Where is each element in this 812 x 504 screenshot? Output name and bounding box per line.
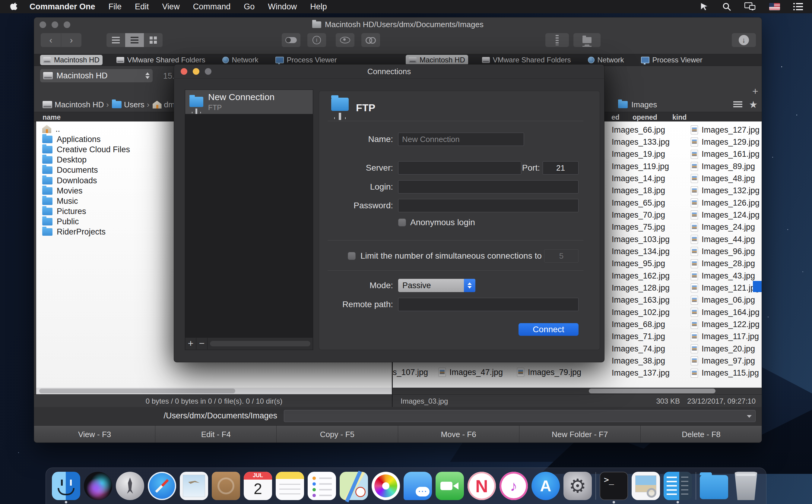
dock-itunes[interactable]: ♪ [500, 472, 528, 500]
dock-system-preferences[interactable]: ⚙ [564, 472, 592, 500]
limit-connections-checkbox[interactable] [348, 252, 355, 260]
file-row[interactable]: Images_126.jpg [691, 197, 760, 209]
file-row[interactable]: Images_127.jpg [691, 124, 760, 136]
file-row[interactable]: Images_89.jpg [691, 160, 760, 172]
file-row[interactable]: Images_24.jpg [691, 221, 760, 233]
network-connection-button[interactable] [574, 33, 601, 47]
login-field[interactable] [398, 180, 579, 194]
toggle-panel-button[interactable] [282, 33, 300, 47]
breadcrumb-item[interactable]: Users › [112, 100, 150, 109]
tab[interactable]: VMware Shared Folders [113, 55, 208, 65]
dock-notes[interactable] [276, 472, 304, 500]
dock-app-store[interactable]: A [532, 472, 560, 500]
dock-siri[interactable] [84, 472, 112, 500]
file-row[interactable]: Images_102.jpg [612, 306, 670, 318]
favorites-star-icon[interactable]: ★ [749, 99, 758, 110]
file-row[interactable]: Images_134.jpg [612, 245, 670, 257]
file-row[interactable]: Images_96.jpg [691, 245, 760, 257]
file-row[interactable]: Images_124.jpg [691, 209, 760, 221]
pointer-icon[interactable] [700, 2, 709, 11]
file-row[interactable]: Images_162.jpg [612, 270, 670, 282]
scrollbar-thumb[interactable] [39, 389, 235, 393]
menu-item[interactable]: Command [193, 2, 231, 11]
dock-terminal[interactable]: >_ [600, 472, 628, 500]
function-key-button[interactable]: Edit - F4 [155, 426, 276, 443]
dock-maps[interactable] [340, 472, 368, 500]
file-row[interactable]: Images_68.jpg [612, 318, 670, 330]
breadcrumb-item[interactable]: Macintosh HD › [43, 100, 109, 109]
remove-connection-button[interactable]: − [196, 338, 207, 349]
connect-button[interactable]: Connect [519, 323, 579, 336]
window-titlebar[interactable]: Macintosh HD/Users/dmx/Documents/Images [34, 17, 762, 32]
forward-button[interactable]: › [61, 33, 81, 47]
add-tab-button[interactable]: + [751, 87, 760, 96]
chevron-down-icon[interactable] [747, 415, 752, 418]
file-row[interactable]: Images_18.jpg [612, 185, 670, 197]
right-horizontal-scrollbar[interactable] [393, 388, 762, 394]
tab[interactable]: VMware Shared Folders [479, 55, 574, 65]
dock-contacts[interactable] [212, 472, 240, 500]
menu-item[interactable]: Go [244, 2, 254, 11]
dock-mail[interactable] [180, 472, 208, 500]
file-row[interactable]: Images_43.jpg [691, 270, 760, 282]
function-key-button[interactable]: Copy - F5 [276, 426, 397, 443]
function-key-button[interactable]: Delete - F8 [641, 426, 762, 443]
search-icon[interactable] [722, 2, 731, 11]
tab[interactable]: Network [585, 55, 627, 65]
file-row[interactable]: Images_71.jpg [612, 331, 670, 343]
file-row[interactable]: Images_122.jpg [691, 318, 760, 330]
function-key-button[interactable]: View - F3 [34, 426, 155, 443]
column-header-name[interactable]: name [43, 113, 61, 121]
function-key-button[interactable]: Move - F6 [398, 426, 519, 443]
command-input[interactable] [284, 410, 756, 422]
dock-trash[interactable] [732, 472, 760, 500]
scrollbar-thumb[interactable] [589, 389, 716, 393]
file-row[interactable]: Images_14.jpg [612, 172, 670, 184]
menu-item[interactable]: File [109, 2, 122, 11]
apple-menu-icon[interactable] [10, 2, 18, 11]
server-field[interactable] [398, 161, 521, 175]
file-row[interactable]: Images_121.jpg [691, 282, 760, 294]
file-row[interactable]: Images_79.jpg [517, 367, 581, 378]
menu-item[interactable]: Help [310, 2, 327, 11]
file-row[interactable]: Images_129.jpg [691, 136, 760, 148]
list-view-button[interactable] [106, 33, 125, 47]
remote-path-field[interactable] [398, 298, 579, 311]
column-header-kind[interactable]: kind [672, 113, 687, 121]
dock-news[interactable]: N [468, 472, 496, 500]
tab[interactable]: Process Viewer [638, 55, 706, 65]
file-row[interactable]: Images_163.jpg [612, 294, 670, 306]
file-row[interactable]: Images_128.jpg [612, 282, 670, 294]
dock-divider[interactable] [596, 472, 596, 500]
file-row[interactable]: Images_65.jpg [612, 197, 670, 209]
file-row[interactable]: Images_47.jpg [439, 367, 503, 378]
limit-connections-field[interactable] [544, 249, 579, 263]
displays-icon[interactable] [744, 2, 756, 11]
dialog-titlebar[interactable]: Connections [174, 65, 604, 79]
tab[interactable]: Macintosh HD [40, 55, 103, 65]
archive-button[interactable] [545, 33, 569, 47]
drive-selector[interactable]: Macintosh HD [40, 69, 153, 82]
tab[interactable]: Macintosh HD [406, 55, 468, 65]
sidebar-scrollbar[interactable] [210, 341, 310, 346]
file-row[interactable]: Images_119.jpg [612, 160, 670, 172]
input-language-flag-icon[interactable] [769, 3, 780, 10]
left-horizontal-scrollbar[interactable] [36, 388, 392, 394]
anonymous-login-checkbox[interactable] [398, 219, 406, 226]
app-menu-title[interactable]: Commander One [30, 2, 95, 11]
menu-item[interactable]: Edit [135, 2, 149, 11]
column-header-modified[interactable]: ed [611, 113, 620, 121]
port-field[interactable] [543, 161, 579, 175]
dock-calendar[interactable]: JUL 2 [244, 472, 272, 500]
file-row[interactable]: Images_95.jpg [612, 258, 670, 270]
mode-dropdown[interactable]: Passive [398, 279, 476, 292]
dock-downloads[interactable] [700, 473, 728, 499]
dock-reminders[interactable] [308, 472, 336, 500]
file-row[interactable]: Images_161.jpg [691, 148, 760, 160]
file-row[interactable]: Images_75.jpg [612, 221, 670, 233]
column-header-opened[interactable]: opened [633, 113, 657, 121]
search-files-button[interactable] [361, 33, 380, 47]
dock-commander-one[interactable] [664, 472, 692, 500]
tab[interactable]: Process Viewer [272, 55, 340, 65]
tab[interactable]: Network [219, 55, 261, 65]
